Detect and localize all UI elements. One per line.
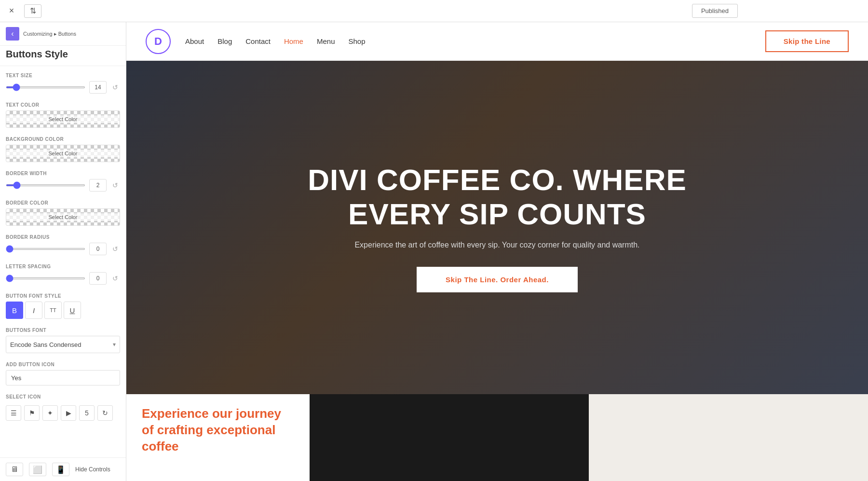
panel-controls: TEXT SIZE 14 ↺ TEXT COLOR Select Color B… [0,66,126,430]
panel-title: Buttons Style [0,46,126,66]
bg-color-picker[interactable]: Select Color [6,145,120,162]
breadcrumb-part2: Buttons [58,31,76,37]
font-bold-button[interactable]: B [6,302,23,319]
bg-color-group: BACKGROUND COLOR Select Color [6,137,120,162]
preview-area: D About Blog Contact Home Menu Shop Skip… [126,22,868,481]
nav-contact[interactable]: Contact [245,37,271,45]
nav-links: About Blog Contact Home Menu Shop [185,37,366,45]
nav-about[interactable]: About [185,37,204,45]
letter-spacing-value: 0 [89,272,107,285]
border-radius-reset[interactable]: ↺ [110,244,120,254]
border-width-row: 2 ↺ [6,179,120,192]
icon-cell-2[interactable]: ⚑ [24,405,40,421]
font-style-label: BUTTON FONT STYLE [6,293,120,299]
hero-section: DIVI COFFEE CO. WHERE EVERY SIP COUNTS E… [126,61,868,394]
letter-spacing-reset[interactable]: ↺ [110,274,120,283]
icon-cell-3[interactable]: ✦ [42,405,58,421]
text-color-placeholder: Select Color [6,115,120,123]
panel-bottom: 🖥 ⬜ 📱 Hide Controls [0,457,126,481]
letter-spacing-label: LETTER SPACING [6,264,120,269]
mobile-view-button[interactable]: 📱 [52,463,69,476]
select-icon-group: SELECT ICON ☰ ⚑ ✦ ▶ 5 ↻ [6,394,120,424]
back-button[interactable]: ‹ [6,27,19,41]
tablet-view-button[interactable]: ⬜ [29,463,46,476]
icon-cell-4[interactable]: ▶ [61,405,76,421]
breadcrumb: Customizing ▸ Buttons [23,31,76,37]
font-italic-button[interactable]: I [25,302,42,319]
section-two-middle [310,394,589,481]
nav-shop[interactable]: Shop [348,37,365,45]
published-button[interactable]: Published [692,4,738,18]
text-size-group: TEXT SIZE 14 ↺ [6,73,120,94]
buttons-font-select[interactable]: Encode Sans Condensed ▾ [6,336,120,353]
border-radius-slider[interactable] [6,248,85,250]
text-color-picker[interactable]: Select Color [6,110,120,128]
panel-header: ‹ Customizing ▸ Buttons [0,22,126,46]
text-size-label: TEXT SIZE [6,73,120,78]
nav-skip-button[interactable]: Skip the Line [765,30,849,52]
arrows-button[interactable]: ⇅ [24,4,41,18]
nav-blog[interactable]: Blog [217,37,232,45]
hero-content: DIVI COFFEE CO. WHERE EVERY SIP COUNTS E… [261,163,733,293]
add-button-icon-value[interactable]: Yes [6,370,120,385]
font-style-group: BUTTON FONT STYLE B I TT U [6,293,120,319]
text-size-row: 14 ↺ [6,81,120,94]
site-logo: D [146,29,171,54]
nav-menu[interactable]: Menu [317,37,335,45]
nav-home[interactable]: Home [284,37,303,45]
hero-cta-button[interactable]: Skip The Line. Order Ahead. [417,267,578,292]
select-icon-label: SELECT ICON [6,394,120,399]
border-color-placeholder: Select Color [6,213,120,221]
border-radius-label: BORDER RADIUS [6,234,120,240]
text-color-label: TEXT COLOR [6,102,120,108]
hero-subtitle: Experience the art of coffee with every … [353,241,642,249]
font-underline-button[interactable]: U [64,302,81,319]
border-color-picker[interactable]: Select Color [6,208,120,226]
icon-cell-6[interactable]: ↻ [97,405,113,421]
hide-controls-label: Hide Controls [75,466,110,473]
border-color-label: BORDER COLOR [6,200,120,206]
text-size-slider[interactable] [6,86,85,88]
bg-color-label: BACKGROUND COLOR [6,137,120,142]
letter-spacing-row: 0 ↺ [6,272,120,285]
site-nav: D About Blog Contact Home Menu Shop Skip… [126,22,868,61]
font-style-row: B I TT U [6,302,120,319]
border-radius-value: 0 [89,243,107,255]
text-color-group: TEXT COLOR Select Color [6,102,120,128]
border-color-group: BORDER COLOR Select Color [6,200,120,226]
text-size-reset[interactable]: ↺ [110,82,120,92]
breadcrumb-part1: Customizing [23,31,53,37]
section-two-left: Experience our journey of crafting excep… [126,394,310,481]
icon-cell-5[interactable]: 5 [79,405,95,421]
section-two: Experience our journey of crafting excep… [126,394,868,481]
hero-title: DIVI COFFEE CO. WHERE EVERY SIP COUNTS [280,163,714,232]
desktop-view-button[interactable]: 🖥 [6,463,23,476]
icon-grid: ☰ ⚑ ✦ ▶ 5 ↻ [6,402,120,424]
main-layout: ‹ Customizing ▸ Buttons Buttons Style TE… [0,22,868,481]
border-width-reset[interactable]: ↺ [110,180,120,190]
bg-color-placeholder: Select Color [6,150,120,157]
border-radius-row: 0 ↺ [6,243,120,255]
letter-spacing-slider[interactable] [6,277,85,279]
border-radius-group: BORDER RADIUS 0 ↺ [6,234,120,255]
border-width-label: BORDER WIDTH [6,171,120,176]
border-width-group: BORDER WIDTH 2 ↺ [6,171,120,192]
section-two-right [589,394,868,481]
border-width-value: 2 [89,179,107,192]
border-width-slider[interactable] [6,184,85,186]
toolbar: × ⇅ Published [0,0,868,22]
text-size-value: 14 [89,81,107,94]
breadcrumb-separator: ▸ [54,31,58,37]
buttons-font-value: Encode Sans Condensed [10,341,81,348]
hide-controls-button[interactable]: Hide Controls [75,466,110,473]
close-button[interactable]: × [5,4,18,18]
section-two-text: Experience our journey of crafting excep… [142,406,294,454]
font-allcaps-button[interactable]: TT [44,302,62,319]
icon-cell-1[interactable]: ☰ [6,405,21,421]
chevron-down-icon: ▾ [113,341,116,348]
letter-spacing-group: LETTER SPACING 0 ↺ [6,264,120,285]
add-button-icon-label: ADD BUTTON ICON [6,362,120,367]
buttons-font-label: BUTTONS FONT [6,328,120,333]
buttons-font-group: BUTTONS FONT Encode Sans Condensed ▾ [6,328,120,353]
add-button-icon-group: ADD BUTTON ICON Yes [6,362,120,385]
